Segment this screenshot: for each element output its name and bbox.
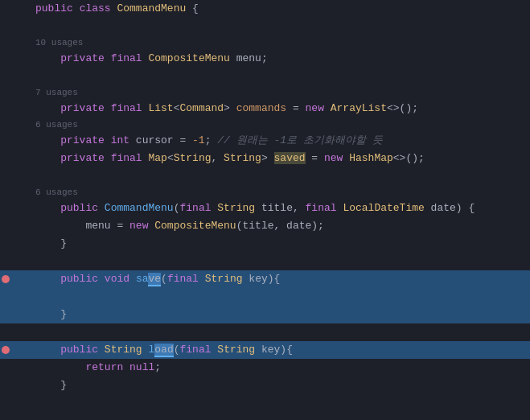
usage-line-2: 7 usages xyxy=(0,85,530,100)
line-content-19: } xyxy=(29,307,530,323)
line-content-14: menu = new CompositeMenu(title, date); xyxy=(29,218,530,234)
line-content-b2 xyxy=(29,68,530,84)
line-content-b3 xyxy=(29,168,530,184)
code-line-7: private final List<Command> commands = n… xyxy=(0,100,530,117)
code-editor: public class CommandMenu { 10 usages pri… xyxy=(0,0,530,420)
line-content-1: public class CommandMenu { xyxy=(29,1,530,17)
code-line-blank-1 xyxy=(0,18,530,35)
usage-text-4: 6 usages xyxy=(29,187,78,197)
code-line-22: return null; xyxy=(0,359,530,377)
line-content-23: } xyxy=(29,377,530,393)
breakpoint-icon-21[interactable] xyxy=(2,346,10,354)
line-content-b4 xyxy=(29,253,530,270)
code-line-18 xyxy=(0,288,530,306)
line-content-4: private final CompositeMenu menu; xyxy=(29,51,530,67)
line-content-b5 xyxy=(29,324,530,340)
code-line-14: menu = new CompositeMenu(title, date); xyxy=(0,217,530,235)
code-line-blank-3 xyxy=(0,167,530,185)
code-line-23: } xyxy=(0,377,530,394)
code-line-17: public void save(final String key){ xyxy=(0,270,530,288)
usage-line-3: 6 usages xyxy=(0,117,530,132)
line-content-13: public CommandMenu(final String title, f… xyxy=(29,200,530,216)
line-content-b1 xyxy=(29,19,530,35)
line-content-15: } xyxy=(29,236,530,252)
code-line-4: private final CompositeMenu menu; xyxy=(0,50,530,68)
line-content-17: public void save(final String key){ xyxy=(29,271,530,287)
code-line-9: private int cursor = -1; // 원래는 -1로 초기화해… xyxy=(0,132,530,150)
line-content-7: private final List<Command> commands = n… xyxy=(29,101,530,117)
usage-text-2: 7 usages xyxy=(29,88,78,97)
breakpoint-icon-17[interactable] xyxy=(2,275,10,283)
usage-text-1: 10 usages xyxy=(29,38,83,47)
line-content-22: return null; xyxy=(29,360,530,376)
line-content-9: private int cursor = -1; // 원래는 -1로 초기화해… xyxy=(29,133,530,149)
line-content-21: public String load(final String key){ xyxy=(29,342,530,358)
line-content-18 xyxy=(29,289,530,305)
code-line-15: } xyxy=(0,235,530,253)
usage-line-1: 10 usages xyxy=(0,35,530,50)
code-line-21: public String load(final String key){ xyxy=(0,341,530,359)
code-line-blank-2 xyxy=(0,68,530,85)
line-content-10: private final Map<String, String> saved … xyxy=(29,150,530,167)
code-line-1: public class CommandMenu { xyxy=(0,0,530,18)
code-line-blank-4 xyxy=(0,253,530,270)
code-line-10: private final Map<String, String> saved … xyxy=(0,150,530,167)
usage-text-3: 6 usages xyxy=(29,120,78,130)
code-line-19: } xyxy=(0,306,530,323)
code-line-blank-5 xyxy=(0,323,530,341)
usage-line-4: 6 usages xyxy=(0,185,530,200)
code-line-13: public CommandMenu(final String title, f… xyxy=(0,200,530,217)
